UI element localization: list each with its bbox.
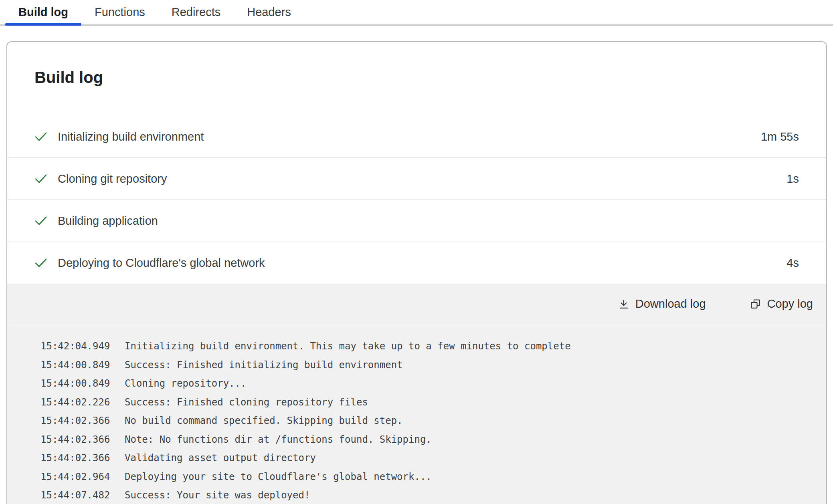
tab-label: Headers xyxy=(247,6,291,19)
log-timestamp: 15:44:00.849 xyxy=(40,374,110,393)
log-timestamp: 15:44:02.964 xyxy=(40,468,110,486)
build-step-row[interactable]: Cloning git repository1s xyxy=(7,158,826,200)
tab-build-log[interactable]: Build log xyxy=(5,0,81,24)
log-message: Validating asset output directory xyxy=(125,449,316,468)
tab-functions[interactable]: Functions xyxy=(81,0,158,24)
check-icon xyxy=(34,173,47,184)
tab-label: Redirects xyxy=(172,6,221,19)
log-message: Deploying your site to Cloudflare's glob… xyxy=(125,468,432,486)
log-message: Success: Finished initializing build env… xyxy=(125,356,403,375)
log-line: 15:44:02.366Note: No functions dir at /f… xyxy=(40,430,810,449)
step-label: Initializing build environment xyxy=(58,130,761,143)
build-log-card: Build log Initializing build environment… xyxy=(6,41,827,504)
build-step-row[interactable]: Building application xyxy=(7,200,826,242)
step-label: Cloning git repository xyxy=(58,172,786,185)
log-line: 15:44:07.482Success: Your site was deplo… xyxy=(40,486,810,504)
log-timestamp: 15:44:02.366 xyxy=(40,430,110,449)
log-message: Success: Your site was deployed! xyxy=(125,486,310,504)
tab-redirects[interactable]: Redirects xyxy=(158,0,234,24)
log-line: 15:44:02.366No build command specified. … xyxy=(40,411,810,430)
step-duration: 1m 55s xyxy=(761,130,799,143)
log-line: 15:44:02.366Validating asset output dire… xyxy=(40,449,810,468)
log-message: Initializing build environment. This may… xyxy=(125,337,571,356)
log-timestamp: 15:44:00.849 xyxy=(40,356,110,375)
log-line: 15:42:04.949Initializing build environme… xyxy=(40,337,810,356)
log-message: Cloning repository... xyxy=(125,374,246,393)
log-timestamp: 15:44:07.482 xyxy=(40,486,110,504)
log-timestamp: 15:42:04.949 xyxy=(40,337,110,356)
copy-log-label: Copy log xyxy=(767,297,813,310)
log-message: No build command specified. Skipping bui… xyxy=(125,411,403,430)
check-icon xyxy=(34,258,47,268)
log-timestamp: 15:44:02.366 xyxy=(40,411,110,430)
check-icon xyxy=(34,131,47,142)
page-title: Build log xyxy=(7,42,826,116)
tab-headers[interactable]: Headers xyxy=(234,0,304,24)
copy-log-button[interactable]: Copy log xyxy=(750,297,813,310)
build-step-row[interactable]: Deploying to Cloudflare's global network… xyxy=(7,242,826,284)
copy-icon xyxy=(750,298,761,310)
tab-label: Functions xyxy=(95,6,145,19)
page: Build logFunctionsRedirectsHeaders Build… xyxy=(0,0,833,504)
step-label: Deploying to Cloudflare's global network xyxy=(58,256,786,270)
build-log-output[interactable]: 15:42:04.949Initializing build environme… xyxy=(7,324,826,504)
build-step-row[interactable]: Initializing build environment1m 55s xyxy=(7,116,826,158)
step-duration: 4s xyxy=(786,256,799,270)
tab-label: Build log xyxy=(18,6,68,19)
log-message: Note: No functions dir at /functions fou… xyxy=(125,430,432,449)
download-icon xyxy=(618,298,629,310)
check-icon xyxy=(34,216,47,226)
download-log-label: Download log xyxy=(635,297,706,310)
download-log-button[interactable]: Download log xyxy=(618,297,706,310)
log-line: 15:44:02.964Deploying your site to Cloud… xyxy=(40,468,810,486)
step-duration: 1s xyxy=(786,172,799,185)
log-timestamp: 15:44:02.366 xyxy=(40,449,110,468)
log-toolbar: Download log Copy log xyxy=(7,284,826,324)
tab-bar: Build logFunctionsRedirectsHeaders xyxy=(0,0,833,26)
log-message: Success: Finished cloning repository fil… xyxy=(125,393,368,412)
log-line: 15:44:00.849Success: Finished initializi… xyxy=(40,356,810,375)
log-line: 15:44:00.849Cloning repository... xyxy=(40,374,810,393)
log-line: 15:44:02.226Success: Finished cloning re… xyxy=(40,393,810,412)
steps-list: Initializing build environment1m 55sClon… xyxy=(7,116,826,284)
log-timestamp: 15:44:02.226 xyxy=(40,393,110,412)
step-label: Building application xyxy=(58,214,799,228)
